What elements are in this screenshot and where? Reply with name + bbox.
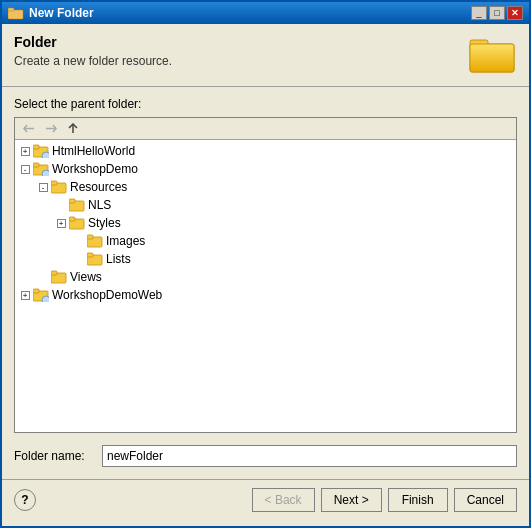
svg-rect-26 — [33, 289, 39, 293]
label-views: Views — [70, 270, 102, 284]
next-button[interactable]: Next > — [321, 488, 382, 512]
label-resources: Resources — [70, 180, 127, 194]
header-subtitle: Create a new folder resource. — [14, 54, 469, 68]
tree-toolbar — [15, 118, 516, 140]
folder-icon-styles — [69, 216, 85, 230]
folder-icon-nls — [69, 198, 85, 212]
svg-rect-11 — [33, 163, 39, 167]
folder-name-label: Folder name: — [14, 449, 94, 463]
close-button[interactable]: ✕ — [507, 6, 523, 20]
project-icon-workshopdemo — [33, 162, 49, 176]
tree-item-workshopdemo[interactable]: - WorkshopDemo — [15, 160, 516, 178]
tree-content[interactable]: + HtmlHelloWorld - — [15, 140, 516, 432]
bottom-divider — [2, 479, 529, 480]
expand-images-spacer — [71, 233, 87, 249]
svg-point-9 — [42, 152, 49, 158]
expand-workshopdemoweb[interactable]: + — [17, 287, 33, 303]
header-divider — [2, 86, 529, 87]
title-buttons: _ □ ✕ — [471, 6, 523, 20]
tree-item-views[interactable]: Views — [15, 268, 516, 286]
new-folder-dialog: New Folder _ □ ✕ Folder Create a new fol… — [0, 0, 531, 528]
window-title: New Folder — [29, 6, 94, 20]
action-buttons: < Back Next > Finish Cancel — [252, 488, 517, 512]
svg-rect-18 — [69, 217, 75, 221]
tree-item-htmlhelloworld[interactable]: + HtmlHelloWorld — [15, 142, 516, 160]
back-icon — [23, 123, 35, 135]
label-workshopdemoweb: WorkshopDemoWeb — [52, 288, 162, 302]
project-icon-htmlhelloworld — [33, 144, 49, 158]
svg-rect-0 — [8, 10, 23, 19]
svg-rect-8 — [33, 145, 39, 149]
label-workshopdemo: WorkshopDemo — [52, 162, 138, 176]
header-text: Folder Create a new folder resource. — [14, 34, 469, 68]
svg-rect-4 — [470, 44, 514, 72]
expand-htmlhelloworld[interactable]: + — [17, 143, 33, 159]
title-bar-left: New Folder — [8, 5, 94, 21]
tree-item-lists[interactable]: Lists — [15, 250, 516, 268]
folder-icon-lists — [87, 252, 103, 266]
folder-icon-views — [51, 270, 67, 284]
expand-views-spacer — [35, 269, 51, 285]
finish-button[interactable]: Finish — [388, 488, 448, 512]
svg-rect-16 — [69, 199, 75, 203]
cancel-button[interactable]: Cancel — [454, 488, 517, 512]
expand-nls-spacer — [53, 197, 69, 213]
svg-rect-22 — [87, 253, 93, 257]
svg-point-12 — [42, 170, 49, 176]
tree-item-resources[interactable]: - Resources — [15, 178, 516, 196]
tree-back-button[interactable] — [19, 120, 39, 138]
label-nls: NLS — [88, 198, 111, 212]
back-button[interactable]: < Back — [252, 488, 315, 512]
maximize-button[interactable]: □ — [489, 6, 505, 20]
svg-rect-1 — [8, 8, 14, 11]
tree-section-label: Select the parent folder: — [14, 97, 517, 111]
expand-workshopdemo[interactable]: - — [17, 161, 33, 177]
forward-icon — [45, 123, 57, 135]
button-row: ? < Back Next > Finish Cancel — [14, 488, 517, 516]
dialog-content: Folder Create a new folder resource. Sel… — [2, 24, 529, 526]
svg-point-27 — [42, 296, 49, 302]
help-button[interactable]: ? — [14, 489, 36, 511]
label-styles: Styles — [88, 216, 121, 230]
title-bar: New Folder _ □ ✕ — [2, 2, 529, 24]
tree-item-images[interactable]: Images — [15, 232, 516, 250]
svg-rect-20 — [87, 235, 93, 239]
tree-item-nls[interactable]: NLS — [15, 196, 516, 214]
tree-forward-button[interactable] — [41, 120, 61, 138]
svg-rect-24 — [51, 271, 57, 275]
expand-styles[interactable]: + — [53, 215, 69, 231]
label-htmlhelloworld: HtmlHelloWorld — [52, 144, 135, 158]
folder-name-row: Folder name: — [14, 445, 517, 467]
header-title: Folder — [14, 34, 469, 50]
label-lists: Lists — [106, 252, 131, 266]
header-section: Folder Create a new folder resource. — [14, 34, 517, 76]
folder-icon-resources — [51, 180, 67, 194]
label-images: Images — [106, 234, 145, 248]
expand-resources[interactable]: - — [35, 179, 51, 195]
folder-icon-images — [87, 234, 103, 248]
header-folder-icon — [469, 34, 517, 76]
project-icon-workshopdemoweb — [33, 288, 49, 302]
folder-name-input[interactable] — [102, 445, 517, 467]
tree-item-styles[interactable]: + Styles — [15, 214, 516, 232]
expand-lists-spacer — [71, 251, 87, 267]
tree-panel: + HtmlHelloWorld - — [14, 117, 517, 433]
up-icon — [67, 123, 79, 135]
tree-item-workshopdemoweb[interactable]: + WorkshopDemoWeb — [15, 286, 516, 304]
minimize-button[interactable]: _ — [471, 6, 487, 20]
title-folder-icon — [8, 5, 24, 21]
tree-up-button[interactable] — [63, 120, 83, 138]
svg-rect-14 — [51, 181, 57, 185]
